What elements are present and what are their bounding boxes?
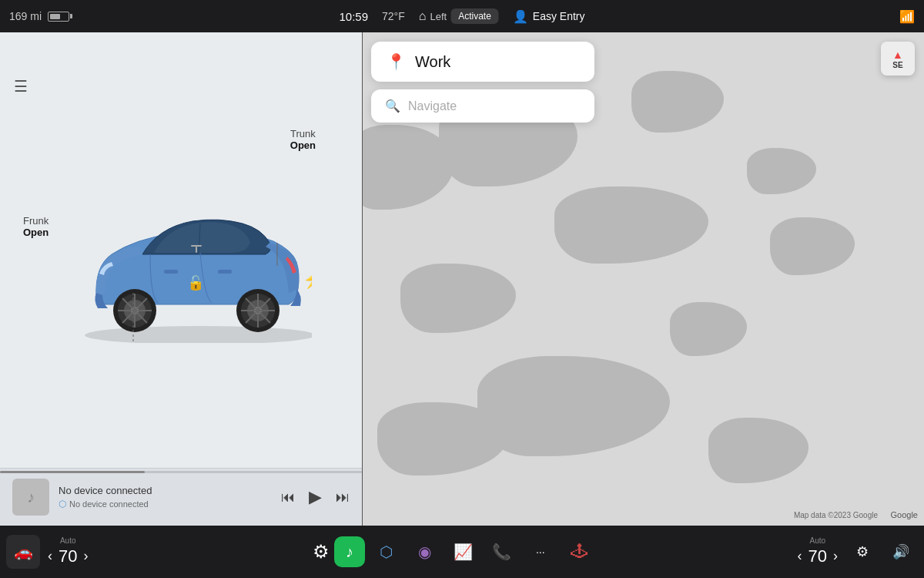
frunk-label: Frunk Open bbox=[23, 215, 49, 238]
joystick-button[interactable]: 🕹 bbox=[562, 535, 596, 569]
media-device: No device connected bbox=[69, 499, 149, 509]
map-terrain-4 bbox=[400, 264, 516, 333]
camera-button[interactable]: ◉ bbox=[408, 535, 442, 569]
svg-rect-21 bbox=[196, 247, 197, 253]
status-left: 169 mi bbox=[9, 10, 69, 22]
compass-direction: SE bbox=[892, 61, 902, 69]
left-panel: ☰ Frunk Open Trunk Open bbox=[0, 32, 362, 526]
svg-text:🔓: 🔓 bbox=[187, 274, 205, 291]
destination-card[interactable]: 📍 Work bbox=[371, 42, 594, 82]
media-progress-bar bbox=[0, 471, 362, 473]
left-temp-value: 70 bbox=[59, 546, 77, 566]
right-temp-label: Auto bbox=[809, 536, 825, 545]
destination-name: Work bbox=[415, 53, 450, 71]
battery-indicator bbox=[48, 12, 69, 22]
map-panel: 📍 Work 🔍 Navigate ▲ SE Google Map data ©… bbox=[362, 32, 924, 526]
taskbar-left: 🚗 Auto ‹ 70 › bbox=[6, 535, 114, 569]
map-overlay: 📍 Work 🔍 Navigate bbox=[371, 42, 915, 123]
play-button[interactable]: ▶ bbox=[309, 487, 322, 507]
home-label: Left bbox=[430, 11, 447, 22]
right-temp-value: 70 bbox=[808, 546, 827, 566]
svg-rect-20 bbox=[191, 245, 202, 247]
svg-point-0 bbox=[85, 326, 312, 343]
left-temp-increase-button[interactable]: › bbox=[80, 545, 91, 567]
map-terrain-3 bbox=[554, 187, 708, 264]
google-attribution: Google bbox=[891, 510, 918, 519]
temp-display: 72°F bbox=[382, 10, 405, 22]
right-temp-decrease-button[interactable]: ‹ bbox=[795, 545, 805, 567]
search-placeholder-text: Navigate bbox=[408, 99, 457, 113]
spotify-button[interactable]: ♪ bbox=[334, 536, 365, 567]
easy-entry-label: Easy Entry bbox=[533, 10, 585, 22]
next-track-button[interactable]: ⏭ bbox=[336, 489, 350, 506]
left-temp-control: ‹ 70 › bbox=[45, 545, 91, 567]
home-icon: ⌂ bbox=[419, 9, 427, 23]
car-container: Frunk Open Trunk Open bbox=[0, 32, 362, 468]
activate-button[interactable]: Activate bbox=[450, 8, 499, 24]
bluetooth-icon: ⬡ bbox=[59, 499, 66, 509]
compass[interactable]: ▲ SE bbox=[881, 42, 915, 76]
right-temp-control: ‹ 70 › bbox=[795, 545, 841, 567]
right-temp-increase-button[interactable]: › bbox=[830, 545, 841, 567]
media-album-art: ♪ bbox=[12, 479, 49, 516]
easy-entry-section: 👤 Easy Entry bbox=[513, 9, 585, 24]
status-center: 10:59 72°F ⌂ Left Activate 👤 Easy Entry bbox=[339, 8, 584, 24]
media-controls: ⏮ ▶ ⏭ bbox=[281, 487, 350, 507]
map-terrain-10 bbox=[770, 217, 855, 275]
media-title: No device connected bbox=[59, 485, 272, 496]
car-view-button[interactable]: 🚗 bbox=[6, 535, 40, 569]
phone-button[interactable]: 📞 bbox=[485, 535, 519, 569]
svg-text:⚡: ⚡ bbox=[303, 269, 312, 290]
panel-divider bbox=[362, 32, 363, 526]
media-subtitle: ⬡ No device connected bbox=[59, 499, 272, 509]
taskbar-right: Auto ‹ 70 › ⚙ 🔊 bbox=[795, 535, 918, 569]
volume-button[interactable]: 🔊 bbox=[884, 535, 918, 569]
person-icon: 👤 bbox=[513, 9, 528, 24]
compass-arrow-icon: ▲ bbox=[892, 49, 903, 61]
stocks-button[interactable]: 📈 bbox=[447, 535, 480, 569]
search-card[interactable]: 🔍 Navigate bbox=[371, 89, 594, 123]
taskbar: 🚗 Auto ‹ 70 › ⚙ ♪ ⬡ ◉ 📈 📞 ··· 🕹 Auto ‹ 7… bbox=[0, 526, 924, 578]
battery-fill bbox=[50, 14, 60, 19]
seat-heat-right-button[interactable]: ⚙ bbox=[845, 535, 879, 569]
media-info: No device connected ⬡ No device connecte… bbox=[59, 485, 272, 509]
battery-icon bbox=[48, 12, 69, 22]
car-svg: ⚡ 🔓 bbox=[50, 173, 312, 343]
status-bar: 169 mi 10:59 72°F ⌂ Left Activate 👤 Easy… bbox=[0, 0, 924, 32]
svg-rect-19 bbox=[218, 270, 232, 274]
map-terrain-9 bbox=[377, 402, 508, 476]
map-terrain-5 bbox=[670, 302, 747, 356]
svg-rect-18 bbox=[164, 270, 178, 274]
left-temp-group: Auto ‹ 70 › bbox=[45, 536, 91, 567]
more-button[interactable]: ··· bbox=[524, 535, 557, 569]
left-temp-decrease-button[interactable]: ‹ bbox=[45, 545, 55, 567]
car-image: ⚡ 🔓 bbox=[50, 173, 312, 343]
time-display: 10:59 bbox=[339, 10, 368, 23]
status-right: 📶 bbox=[899, 9, 915, 24]
mileage-text: 169 mi bbox=[9, 10, 42, 22]
search-icon: 🔍 bbox=[385, 99, 400, 113]
right-temp-group: Auto ‹ 70 › bbox=[795, 536, 841, 567]
map-data-attribution: Map data ©2023 Google bbox=[794, 511, 878, 519]
map-terrain-8 bbox=[747, 148, 816, 194]
trunk-label: Trunk Open bbox=[290, 128, 316, 151]
bluetooth-button[interactable]: ⬡ bbox=[370, 535, 403, 569]
steering-icon[interactable]: ⚙ bbox=[313, 541, 330, 563]
media-progress-fill bbox=[0, 471, 145, 473]
home-section: ⌂ Left Activate bbox=[419, 8, 499, 24]
destination-pin-icon: 📍 bbox=[387, 52, 406, 71]
left-temp-label: Auto bbox=[60, 536, 76, 545]
prev-track-button[interactable]: ⏮ bbox=[281, 489, 295, 506]
map-terrain-7 bbox=[708, 418, 808, 483]
media-player: ♪ No device connected ⬡ No device connec… bbox=[0, 468, 362, 526]
taskbar-center: ⚙ ♪ ⬡ ◉ 📈 📞 ··· 🕹 bbox=[114, 535, 795, 569]
wifi-icon: 📶 bbox=[899, 9, 915, 24]
